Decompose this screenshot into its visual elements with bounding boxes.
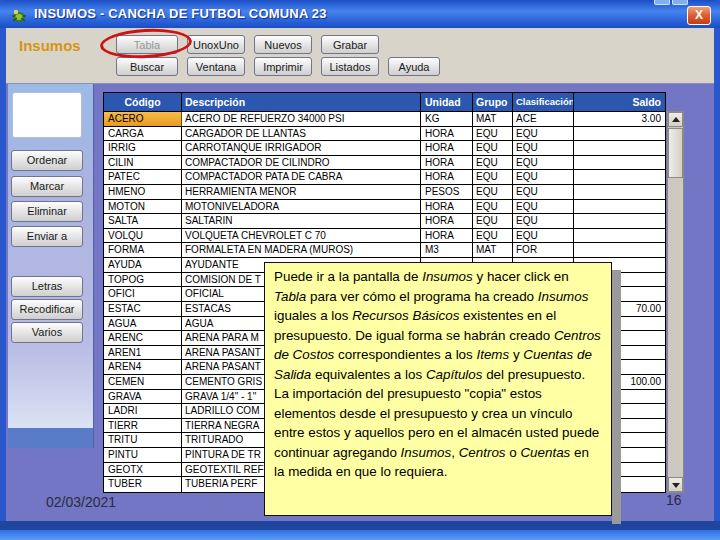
cell-descripcion[interactable]: COMPACTADOR DE CILINDRO: [182, 156, 421, 170]
toolbar-button-listados[interactable]: Listados: [321, 57, 379, 76]
table-row[interactable]: HMENOHERRAMIENTA MENORPESOSEQUEQU: [104, 185, 665, 200]
scroll-thumb[interactable]: [668, 128, 683, 178]
sidebar-button-recodificar[interactable]: Recodificar: [11, 299, 83, 320]
cell-codigo[interactable]: AGUA: [104, 317, 182, 331]
cell-clasificacion[interactable]: EQU: [513, 141, 574, 155]
scroll-down-button[interactable]: [668, 477, 683, 492]
cell-codigo[interactable]: IRRIG: [104, 141, 182, 155]
cell-grupo[interactable]: EQU: [473, 214, 513, 228]
cell-grupo[interactable]: EQU: [473, 200, 513, 214]
table-row[interactable]: VOLQUVOLQUETA CHEVROLET C 70HORAEQUEQU: [104, 229, 665, 244]
cell-unidad[interactable]: M3: [421, 243, 473, 257]
minimize-button-stub[interactable]: [654, 0, 670, 5]
cell-codigo[interactable]: CILIN: [104, 156, 182, 170]
cell-descripcion[interactable]: FORMALETA EN MADERA (MUROS): [182, 243, 421, 257]
sidebar-button-letras[interactable]: Letras: [11, 276, 83, 297]
cell-codigo[interactable]: ARENC: [104, 331, 182, 345]
cell-saldo[interactable]: [574, 156, 665, 170]
cell-codigo[interactable]: TOPOG: [104, 273, 182, 287]
cell-codigo[interactable]: CEMEN: [104, 375, 182, 389]
header-cell-codigo[interactable]: Código: [104, 93, 182, 111]
cell-codigo[interactable]: CARGA: [104, 127, 182, 141]
table-row[interactable]: CARGACARGADOR DE LLANTASHORAEQUEQU: [104, 127, 665, 142]
cell-descripcion[interactable]: CARGADOR DE LLANTAS: [182, 127, 421, 141]
cell-codigo[interactable]: GRAVA: [104, 390, 182, 404]
cell-unidad[interactable]: HORA: [421, 229, 473, 243]
cell-descripcion[interactable]: MOTONIVELADORA: [182, 200, 421, 214]
sidebar-button-ordenar[interactable]: Ordenar: [11, 150, 83, 171]
cell-saldo[interactable]: 3.00: [574, 112, 665, 126]
cell-codigo[interactable]: TRITU: [104, 433, 182, 447]
cell-saldo[interactable]: [574, 127, 665, 141]
cell-codigo[interactable]: LADRI: [104, 404, 182, 418]
cell-clasificacion[interactable]: EQU: [513, 156, 574, 170]
cell-descripcion[interactable]: ACERO DE REFUERZO 34000 PSI: [182, 112, 421, 126]
cell-codigo[interactable]: FORMA: [104, 243, 182, 257]
cell-codigo[interactable]: OFICI: [104, 287, 182, 301]
cell-clasificacion[interactable]: EQU: [513, 127, 574, 141]
cell-codigo[interactable]: AYUDA: [104, 258, 182, 272]
cell-codigo[interactable]: ESTAC: [104, 302, 182, 316]
cell-codigo[interactable]: TUBER: [104, 477, 182, 492]
cell-saldo[interactable]: [574, 243, 665, 257]
toolbar-button-imprimir[interactable]: Imprimir: [254, 57, 312, 76]
cell-clasificacion[interactable]: EQU: [513, 185, 574, 199]
table-row[interactable]: PATECCOMPACTADOR PATA DE CABRAHORAEQUEQU: [104, 170, 665, 185]
cell-codigo[interactable]: HMENO: [104, 185, 182, 199]
toolbar-button-ayuda[interactable]: Ayuda: [388, 57, 440, 76]
toolbar-button-grabar[interactable]: Grabar: [321, 35, 379, 54]
cell-clasificacion[interactable]: EQU: [513, 170, 574, 184]
close-button[interactable]: X: [687, 6, 711, 25]
table-row[interactable]: CILINCOMPACTADOR DE CILINDROHORAEQUEQU: [104, 156, 665, 171]
cell-grupo[interactable]: MAT: [473, 112, 513, 126]
cell-codigo[interactable]: TIERR: [104, 419, 182, 433]
cell-grupo[interactable]: EQU: [473, 141, 513, 155]
toolbar-button-tabla[interactable]: Tabla: [116, 35, 178, 54]
table-row[interactable]: ACEROACERO DE REFUERZO 34000 PSIKGMATACE…: [104, 112, 665, 127]
sidebar-button-marcar[interactable]: Marcar: [11, 176, 83, 197]
cell-grupo[interactable]: EQU: [473, 127, 513, 141]
cell-descripcion[interactable]: CARROTANQUE IRRIGADOR: [182, 141, 421, 155]
cell-descripcion[interactable]: VOLQUETA CHEVROLET C 70: [182, 229, 421, 243]
cell-clasificacion[interactable]: EQU: [513, 229, 574, 243]
cell-unidad[interactable]: HORA: [421, 141, 473, 155]
cell-saldo[interactable]: [574, 200, 665, 214]
cell-clasificacion[interactable]: EQU: [513, 214, 574, 228]
table-row[interactable]: IRRIGCARROTANQUE IRRIGADORHORAEQUEQU: [104, 141, 665, 156]
cell-codigo[interactable]: ACERO: [104, 112, 182, 126]
cell-saldo[interactable]: [574, 214, 665, 228]
toolbar-button-nuevos[interactable]: Nuevos: [254, 35, 312, 54]
toolbar-button-ventana[interactable]: Ventana: [187, 57, 245, 76]
table-row[interactable]: SALTASALTARINHORAEQUEQU: [104, 214, 665, 229]
cell-codigo[interactable]: MOTON: [104, 200, 182, 214]
table-row[interactable]: FORMAFORMALETA EN MADERA (MUROS)M3MATFOR: [104, 243, 665, 258]
cell-grupo[interactable]: EQU: [473, 170, 513, 184]
toolbar-button-buscar[interactable]: Buscar: [116, 57, 178, 76]
sidebar-button-varios[interactable]: Varios: [11, 322, 83, 343]
cell-descripcion[interactable]: COMPACTADOR PATA DE CABRA: [182, 170, 421, 184]
cell-descripcion[interactable]: SALTARIN: [182, 214, 421, 228]
sidebar-button-eliminar[interactable]: Eliminar: [11, 201, 83, 222]
cell-codigo[interactable]: AREN4: [104, 360, 182, 374]
cell-unidad[interactable]: HORA: [421, 156, 473, 170]
cell-grupo[interactable]: MAT: [473, 243, 513, 257]
cell-saldo[interactable]: [574, 170, 665, 184]
cell-grupo[interactable]: EQU: [473, 185, 513, 199]
cell-codigo[interactable]: PATEC: [104, 170, 182, 184]
cell-clasificacion[interactable]: FOR: [513, 243, 574, 257]
cell-unidad[interactable]: PESOS: [421, 185, 473, 199]
cell-codigo[interactable]: PINTU: [104, 448, 182, 462]
cell-unidad[interactable]: KG: [421, 112, 473, 126]
cell-unidad[interactable]: HORA: [421, 127, 473, 141]
header-cell-grupo[interactable]: Grupo: [473, 93, 513, 111]
header-cell-unidad[interactable]: Unidad: [421, 93, 473, 111]
cell-unidad[interactable]: HORA: [421, 170, 473, 184]
header-cell-saldo[interactable]: Saldo: [574, 93, 665, 111]
scroll-up-button[interactable]: [668, 112, 683, 127]
table-vscrollbar[interactable]: [667, 111, 684, 493]
cell-codigo[interactable]: VOLQU: [104, 229, 182, 243]
table-row[interactable]: MOTONMOTONIVELADORAHORAEQUEQU: [104, 200, 665, 215]
toolbar-button-unoxuno[interactable]: UnoxUno: [187, 35, 245, 54]
cell-clasificacion[interactable]: EQU: [513, 200, 574, 214]
cell-unidad[interactable]: HORA: [421, 214, 473, 228]
